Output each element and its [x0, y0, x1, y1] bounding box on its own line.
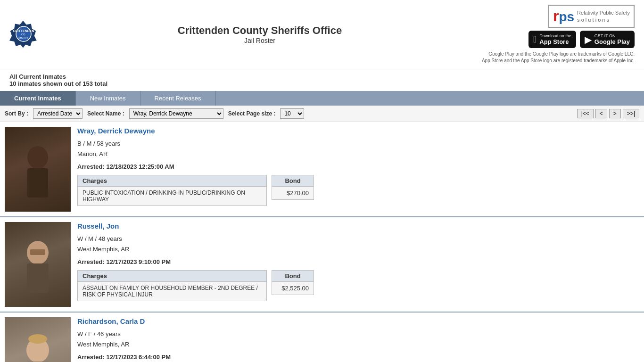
- sheriff-badge: CRITTENDEN CO. SHERIFF: [9, 20, 38, 49]
- svg-rect-9: [30, 249, 45, 255]
- page-size-label: Select Page size :: [228, 110, 276, 117]
- inmate-arrested: Arrested: 12/17/2023 9:10:00 PM: [77, 258, 639, 265]
- tab-bar: Current Inmates New Inmates Recent Relea…: [0, 91, 644, 106]
- app-store-text: Download on the App Store: [539, 33, 571, 45]
- svg-text:CRITTENDEN: CRITTENDEN: [13, 29, 34, 33]
- page-size-select[interactable]: 5 10 25 50 100: [280, 108, 304, 119]
- svg-point-5: [27, 146, 48, 169]
- inmate-name[interactable]: Richardson, Carla D: [77, 317, 639, 325]
- bond-box: Bond $2,525.00: [272, 270, 314, 295]
- inmate-details-block: Richardson, Carla D W / F / 46 years Wes…: [77, 317, 639, 362]
- name-label: Select Name :: [87, 110, 124, 117]
- inmate-name[interactable]: Wray, Derrick Dewayne: [77, 127, 639, 135]
- rps-tagline: Relativity Public Safety s o l u t i o n…: [577, 9, 630, 23]
- charges-bond-block: Charges ASSAULT ON FAMILY OR HOUSEHOLD M…: [77, 270, 639, 301]
- inmate-photo: [5, 127, 71, 212]
- charges-box: Charges ASSAULT ON FAMILY OR HOUSEHOLD M…: [77, 270, 267, 301]
- bond-header: Bond: [272, 175, 314, 187]
- table-row: Russell, Jon W / M / 48 years West Memph…: [0, 217, 644, 313]
- svg-text:CO.: CO.: [21, 33, 26, 36]
- inmate-photo: [5, 317, 71, 362]
- tab-current-inmates[interactable]: Current Inmates: [0, 91, 76, 106]
- table-row: Richardson, Carla D W / F / 46 years Wes…: [0, 313, 644, 362]
- page-header: CRITTENDEN CO. SHERIFF Crittenden County…: [0, 0, 644, 69]
- rps-logo-text: rps: [553, 8, 574, 25]
- charges-header: Charges: [78, 271, 266, 282]
- bond-amount: $270.00: [272, 187, 314, 199]
- google-play-button[interactable]: ▶ GET IT ON Google Play: [580, 31, 635, 48]
- inmate-demographics: W / F / 46 years West Memphis, AR: [77, 329, 639, 350]
- roster-subtitle: Jail Roster: [38, 37, 482, 44]
- apple-icon: : [533, 34, 537, 45]
- bond-header: Bond: [272, 271, 314, 282]
- google-play-text: GET IT ON Google Play: [594, 33, 630, 45]
- last-page-button[interactable]: >>|: [623, 109, 639, 118]
- next-page-button[interactable]: >: [609, 109, 621, 118]
- svg-rect-8: [27, 263, 49, 293]
- sort-label: Sort By :: [5, 110, 28, 117]
- charges-box: Charges PUBLIC INTOXICATION / DRINKING I…: [77, 175, 267, 206]
- prev-page-button[interactable]: <: [595, 109, 607, 118]
- tab-recent-releases[interactable]: Recent Releases: [140, 91, 216, 106]
- inmate-count-label: All Current Inmates: [9, 73, 635, 80]
- page-title-block: Crittenden County Sheriffs Office Jail R…: [38, 25, 482, 44]
- inmate-demographics: B / M / 58 years Marion, AR: [77, 139, 639, 159]
- inmate-photo: [5, 222, 71, 307]
- inmate-total-label: 10 inmates shown out of 153 total: [9, 80, 635, 87]
- inmate-list: Wray, Derrick Dewayne B / M / 58 years M…: [0, 122, 644, 362]
- office-title: Crittenden County Sheriffs Office: [38, 25, 482, 37]
- google-play-icon: ▶: [585, 34, 592, 45]
- inmate-demographics: W / M / 48 years West Memphis, AR: [77, 234, 639, 255]
- app-disclaimer: Google Play and the Google Play logo are…: [482, 51, 635, 64]
- sort-select[interactable]: Arrested Date Name Bond Amount: [33, 108, 83, 119]
- charges-header: Charges: [78, 175, 266, 187]
- svg-point-12: [28, 334, 47, 344]
- svg-text:SHERIFF: SHERIFF: [18, 36, 28, 39]
- header-right: rps Relativity Public Safety s o l u t i…: [482, 5, 635, 64]
- charges-bond-block: Charges PUBLIC INTOXICATION / DRINKING I…: [77, 175, 639, 206]
- inmate-details-block: Wray, Derrick Dewayne B / M / 58 years M…: [77, 127, 639, 206]
- pagination: |<< < > >>|: [577, 109, 639, 118]
- app-store-button[interactable]:  Download on the App Store: [528, 31, 576, 48]
- first-page-button[interactable]: |<<: [577, 109, 594, 118]
- tab-new-inmates[interactable]: New Inmates: [76, 91, 140, 106]
- inmate-arrested: Arrested: 12/17/2023 6:44:00 PM: [77, 354, 639, 361]
- app-buttons:  Download on the App Store ▶ GET IT ON …: [528, 31, 635, 48]
- inmate-name[interactable]: Russell, Jon: [77, 222, 639, 230]
- inmate-details-block: Russell, Jon W / M / 48 years West Memph…: [77, 222, 639, 301]
- inmate-arrested: Arrested: 12/18/2023 12:25:00 AM: [77, 163, 639, 170]
- table-row: Wray, Derrick Dewayne B / M / 58 years M…: [0, 122, 644, 217]
- svg-rect-6: [27, 168, 48, 197]
- controls-bar: Sort By : Arrested Date Name Bond Amount…: [0, 106, 644, 122]
- name-select[interactable]: Wray, Derrick Dewayne: [129, 108, 223, 119]
- rps-logo: rps Relativity Public Safety s o l u t i…: [548, 5, 635, 28]
- charges-body: PUBLIC INTOXICATION / DRINKING IN PUBLIC…: [78, 187, 266, 206]
- bond-amount: $2,525.00: [272, 282, 314, 295]
- bond-box: Bond $270.00: [272, 175, 314, 200]
- charges-body: ASSAULT ON FAMILY OR HOUSEHOLD MEMBER - …: [78, 282, 266, 301]
- info-bar: All Current Inmates 10 inmates shown out…: [0, 69, 644, 91]
